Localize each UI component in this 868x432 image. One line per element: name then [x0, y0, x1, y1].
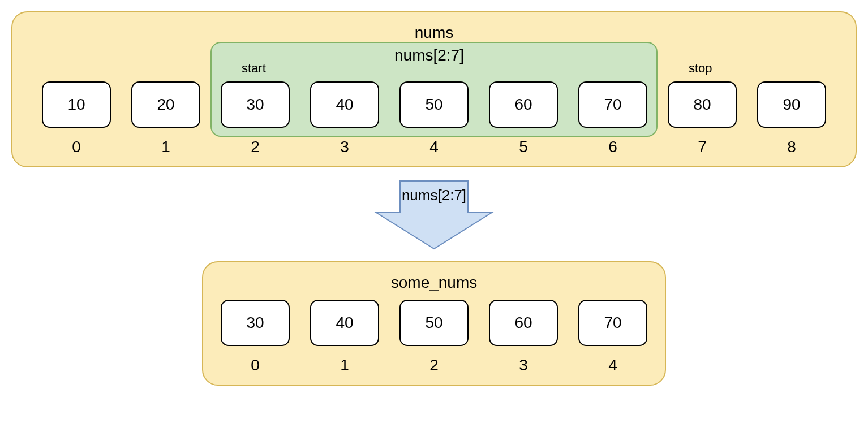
start-label: start [242, 61, 266, 76]
slice-arrow: nums[2:7] [372, 178, 496, 251]
nums-index: 7 [668, 138, 737, 156]
nums-cell: 40 [310, 81, 379, 128]
nums-cell: 20 [131, 81, 200, 128]
nums-cell: 80 [668, 81, 737, 128]
nums-row: 10 20 30 40 50 60 70 80 90 [27, 81, 841, 128]
some-nums-index: 2 [399, 356, 469, 374]
nums-cell: 30 [221, 81, 290, 128]
nums-title: nums [24, 24, 844, 42]
some-nums-row: 30 40 50 60 70 [214, 300, 654, 346]
some-nums-index: 3 [489, 356, 558, 374]
arrow-label: nums[2:7] [372, 187, 496, 204]
nums-container: nums nums[2:7] start stop 10 20 30 40 50… [11, 11, 857, 167]
nums-index: 5 [489, 138, 558, 156]
some-nums-cell: 70 [578, 300, 647, 346]
slice-label: nums[2:7] [394, 46, 464, 64]
some-nums-index: 0 [221, 356, 290, 374]
nums-index: 6 [578, 138, 647, 156]
stop-label: stop [689, 61, 712, 76]
some-nums-index: 1 [310, 356, 379, 374]
some-nums-index-row: 0 1 2 3 4 [214, 356, 654, 374]
nums-cell: 10 [42, 81, 111, 128]
nums-index: 3 [310, 138, 379, 156]
nums-index: 8 [757, 138, 826, 156]
some-nums-cell: 60 [489, 300, 558, 346]
nums-index: 0 [42, 138, 111, 156]
nums-index-row: 0 1 2 3 4 5 6 7 8 [27, 138, 841, 156]
nums-index: 1 [131, 138, 200, 156]
some-nums-cell: 50 [399, 300, 469, 346]
nums-cell: 50 [399, 81, 469, 128]
nums-cell: 60 [489, 81, 558, 128]
nums-cell: 70 [578, 81, 647, 128]
some-nums-cell: 30 [221, 300, 290, 346]
some-nums-index: 4 [578, 356, 647, 374]
some-nums-cell: 40 [310, 300, 379, 346]
nums-index: 2 [221, 138, 290, 156]
nums-index: 4 [399, 138, 469, 156]
some-nums-title: some_nums [214, 274, 654, 292]
nums-cell: 90 [757, 81, 826, 128]
some-nums-container: some_nums 30 40 50 60 70 0 1 2 3 4 [202, 261, 666, 386]
